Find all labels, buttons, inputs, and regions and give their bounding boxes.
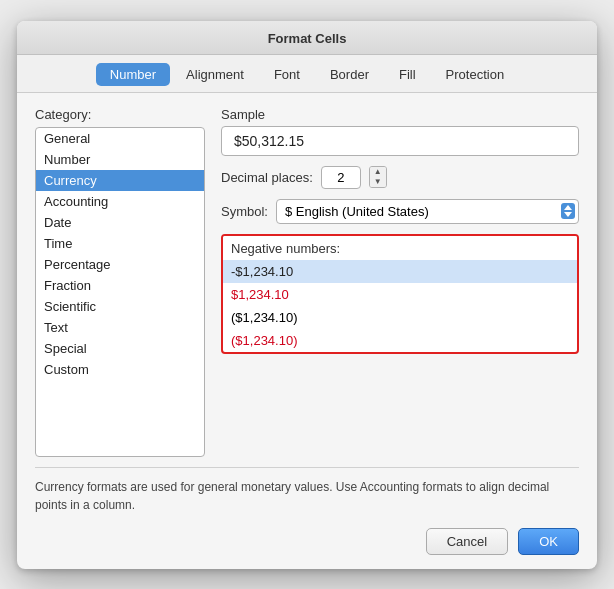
category-label: Category: bbox=[35, 107, 205, 122]
tab-alignment[interactable]: Alignment bbox=[172, 63, 258, 86]
symbol-label: Symbol: bbox=[221, 204, 268, 219]
category-item-custom[interactable]: Custom bbox=[36, 359, 204, 380]
category-item-date[interactable]: Date bbox=[36, 212, 204, 233]
negative-numbers-header: Negative numbers: bbox=[223, 236, 577, 260]
cancel-button[interactable]: Cancel bbox=[426, 528, 508, 555]
decimal-stepper: ▲ ▼ bbox=[369, 166, 387, 188]
symbol-select-wrapper: $ English (United States) € Euro £ Briti… bbox=[276, 199, 579, 224]
decimal-input[interactable] bbox=[321, 166, 361, 189]
bottom-buttons: Cancel OK bbox=[17, 522, 597, 569]
main-content: Category: General Number Currency Accoun… bbox=[17, 93, 597, 467]
format-cells-dialog: Format Cells Number Alignment Font Borde… bbox=[17, 21, 597, 569]
category-item-accounting[interactable]: Accounting bbox=[36, 191, 204, 212]
ok-button[interactable]: OK bbox=[518, 528, 579, 555]
tab-number[interactable]: Number bbox=[96, 63, 170, 86]
sample-value: $50,312.15 bbox=[221, 126, 579, 156]
footer-description: Currency formats are used for general mo… bbox=[17, 468, 597, 522]
dialog-title: Format Cells bbox=[268, 31, 347, 46]
category-item-text[interactable]: Text bbox=[36, 317, 204, 338]
negative-numbers-list: -$1,234.10 $1,234.10 ($1,234.10) ($1,234… bbox=[223, 260, 577, 352]
tab-protection[interactable]: Protection bbox=[432, 63, 519, 86]
negative-item-2[interactable]: ($1,234.10) bbox=[223, 306, 577, 329]
tab-font[interactable]: Font bbox=[260, 63, 314, 86]
right-panel: Sample $50,312.15 Decimal places: ▲ ▼ Sy… bbox=[205, 107, 579, 457]
category-item-currency[interactable]: Currency bbox=[36, 170, 204, 191]
symbol-select[interactable]: $ English (United States) € Euro £ Briti… bbox=[276, 199, 579, 224]
negative-item-0[interactable]: -$1,234.10 bbox=[223, 260, 577, 283]
category-item-scientific[interactable]: Scientific bbox=[36, 296, 204, 317]
category-item-number[interactable]: Number bbox=[36, 149, 204, 170]
decimal-label: Decimal places: bbox=[221, 170, 313, 185]
negative-item-1[interactable]: $1,234.10 bbox=[223, 283, 577, 306]
category-list[interactable]: General Number Currency Accounting Date … bbox=[35, 127, 205, 457]
symbol-row: Symbol: $ English (United States) € Euro… bbox=[221, 199, 579, 224]
negative-numbers-section: Negative numbers: -$1,234.10 $1,234.10 (… bbox=[221, 234, 579, 354]
sample-label: Sample bbox=[221, 107, 579, 122]
tabs-row: Number Alignment Font Border Fill Protec… bbox=[17, 55, 597, 93]
tab-fill[interactable]: Fill bbox=[385, 63, 430, 86]
category-item-fraction[interactable]: Fraction bbox=[36, 275, 204, 296]
category-item-time[interactable]: Time bbox=[36, 233, 204, 254]
sample-section: Sample $50,312.15 bbox=[221, 107, 579, 156]
tab-border[interactable]: Border bbox=[316, 63, 383, 86]
decimal-increment[interactable]: ▲ bbox=[370, 167, 386, 177]
category-item-general[interactable]: General bbox=[36, 128, 204, 149]
category-item-special[interactable]: Special bbox=[36, 338, 204, 359]
dialog-title-bar: Format Cells bbox=[17, 21, 597, 55]
decimal-decrement[interactable]: ▼ bbox=[370, 177, 386, 187]
left-panel: Category: General Number Currency Accoun… bbox=[35, 107, 205, 457]
decimal-row: Decimal places: ▲ ▼ bbox=[221, 166, 579, 189]
negative-item-3[interactable]: ($1,234.10) bbox=[223, 329, 577, 352]
category-item-percentage[interactable]: Percentage bbox=[36, 254, 204, 275]
